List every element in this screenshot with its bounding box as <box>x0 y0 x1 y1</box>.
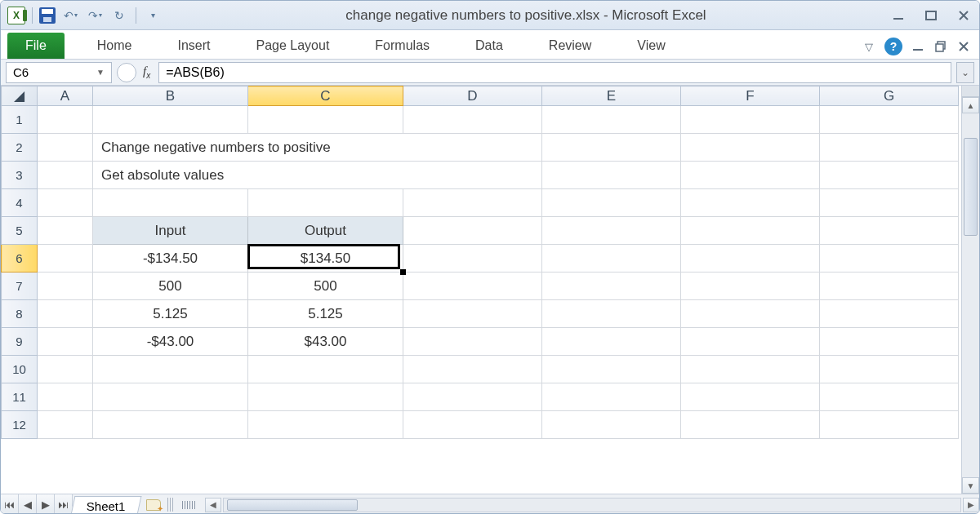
formula-bar: C6 ▼ fx =ABS(B6) ⌄ <box>1 60 979 86</box>
row-header-9[interactable]: 9 <box>2 328 38 356</box>
cell-C8[interactable]: 5.125 <box>248 300 403 328</box>
row-header-6[interactable]: 6 <box>2 245 38 273</box>
workbook-restore-button[interactable] <box>933 39 948 54</box>
quick-access-toolbar: X ↶▾ ↷▾ ↻ ▾ <box>7 6 163 25</box>
col-header-C[interactable]: C <box>248 86 403 106</box>
col-header-D[interactable]: D <box>403 86 542 106</box>
col-header-G[interactable]: G <box>820 86 959 106</box>
row-header-12[interactable]: 12 <box>2 411 38 439</box>
qat-customize-button[interactable]: ▾ <box>143 6 163 25</box>
tab-data[interactable]: Data <box>459 33 519 59</box>
row-header-5[interactable]: 5 <box>2 217 38 245</box>
vertical-scrollbar[interactable]: ▲ ▼ <box>961 86 979 494</box>
name-box-dropdown-icon[interactable]: ▼ <box>96 68 105 77</box>
name-box-value: C6 <box>13 65 29 79</box>
row-header-10[interactable]: 10 <box>2 356 38 383</box>
vertical-scroll-track[interactable] <box>962 113 979 477</box>
sheet-tab-sheet1[interactable]: Sheet1 <box>71 496 141 514</box>
last-sheet-button[interactable]: ⏭ <box>55 494 73 514</box>
formula-bar-expand-button[interactable]: ⌄ <box>956 62 974 83</box>
window-controls <box>889 7 973 24</box>
col-header-F[interactable]: F <box>681 86 820 106</box>
col-header-B[interactable]: B <box>93 86 248 106</box>
row-header-3[interactable]: 3 <box>2 162 38 189</box>
vertical-split-handle[interactable] <box>962 86 979 97</box>
first-sheet-button[interactable]: ⏮ <box>1 494 19 514</box>
row-header-8[interactable]: 8 <box>2 300 38 328</box>
tab-home[interactable]: Home <box>81 33 149 59</box>
next-sheet-button[interactable]: ▶ <box>37 494 55 514</box>
select-all-corner[interactable]: ◢ <box>2 86 38 106</box>
minimize-button[interactable] <box>889 7 907 24</box>
row-header-1[interactable]: 1 <box>2 106 38 134</box>
svg-rect-1 <box>926 11 936 20</box>
cell-subtitle[interactable]: Get absolute values <box>93 162 542 189</box>
new-sheet-button[interactable] <box>143 494 164 514</box>
tab-formulas[interactable]: Formulas <box>359 33 446 59</box>
svg-rect-2 <box>913 49 923 51</box>
cell-B9[interactable]: -$43.00 <box>93 328 248 356</box>
cancel-formula-button[interactable] <box>117 63 136 82</box>
close-button[interactable] <box>955 7 973 24</box>
col-header-E[interactable]: E <box>542 86 681 106</box>
tab-review[interactable]: Review <box>532 33 608 59</box>
excel-app-icon[interactable]: X <box>7 7 25 24</box>
tab-view[interactable]: View <box>621 33 681 59</box>
ribbon-minimize-icon[interactable]: ▽ <box>862 39 876 54</box>
save-icon[interactable] <box>39 7 56 24</box>
scroll-down-button[interactable]: ▼ <box>962 477 979 494</box>
sheet-tab-bar: ⏮ ◀ ▶ ⏭ Sheet1 ◀ ▶ <box>1 494 979 514</box>
scroll-up-button[interactable]: ▲ <box>962 97 979 113</box>
cell-B8[interactable]: 5.125 <box>93 300 248 328</box>
help-icon[interactable]: ? <box>884 38 902 55</box>
cell-C9[interactable]: $43.00 <box>248 328 403 356</box>
table-header-output[interactable]: Output <box>248 217 403 245</box>
new-sheet-icon <box>146 499 161 511</box>
redo-button[interactable]: ↷▾ <box>85 6 105 25</box>
horizontal-scrollbar[interactable]: ◀ ▶ <box>205 494 979 514</box>
row-header-7[interactable]: 7 <box>2 273 38 300</box>
vertical-scroll-thumb[interactable] <box>964 138 978 236</box>
horizontal-scroll-thumb[interactable] <box>227 499 358 511</box>
svg-rect-0 <box>893 18 903 20</box>
fx-icon[interactable]: fx <box>143 64 150 80</box>
workbook-close-button[interactable] <box>956 39 971 54</box>
spreadsheet-grid[interactable]: ◢ A B C D E F G 1 2Change negative numbe… <box>1 86 959 439</box>
qat-separator <box>32 7 33 24</box>
cell <box>38 106 93 134</box>
cell-C6[interactable]: $134.50 <box>248 245 403 273</box>
workbook-minimize-button[interactable] <box>911 39 925 54</box>
col-header-A[interactable]: A <box>38 86 93 106</box>
formula-text: =ABS(B6) <box>166 65 225 80</box>
prev-sheet-button[interactable]: ◀ <box>19 494 37 514</box>
sheet-tab-label: Sheet1 <box>87 499 126 513</box>
title-bar: X ↶▾ ↷▾ ↻ ▾ change negative numbers to p… <box>1 1 979 30</box>
svg-rect-4 <box>936 44 943 51</box>
cell-C7[interactable]: 500 <box>248 273 403 300</box>
qat-separator <box>136 7 136 24</box>
scroll-right-button[interactable]: ▶ <box>963 498 979 512</box>
row-header-11[interactable]: 11 <box>2 383 38 411</box>
horizontal-scroll-track[interactable] <box>223 498 961 512</box>
formula-input[interactable]: =ABS(B6) <box>158 62 951 83</box>
refresh-button[interactable]: ↻ <box>109 6 129 25</box>
tab-scroll-grip[interactable] <box>177 494 200 514</box>
cell-title[interactable]: Change negative numbers to positive <box>93 134 542 162</box>
ribbon-tabs: File Home Insert Page Layout Formulas Da… <box>1 30 979 60</box>
worksheet-area: ◢ A B C D E F G 1 2Change negative numbe… <box>1 86 979 494</box>
tab-split-handle[interactable] <box>167 498 174 512</box>
row-header-4[interactable]: 4 <box>2 189 38 217</box>
name-box[interactable]: C6 ▼ <box>6 62 112 83</box>
cell-B7[interactable]: 500 <box>93 273 248 300</box>
cell-B6[interactable]: -$134.50 <box>93 245 248 273</box>
tab-page-layout[interactable]: Page Layout <box>239 33 345 59</box>
file-tab[interactable]: File <box>7 33 65 59</box>
table-header-input[interactable]: Input <box>93 217 248 245</box>
undo-button[interactable]: ↶▾ <box>60 6 80 25</box>
row-header-2[interactable]: 2 <box>2 134 38 162</box>
maximize-button[interactable] <box>922 7 940 24</box>
scroll-left-button[interactable]: ◀ <box>205 498 221 512</box>
tab-insert[interactable]: Insert <box>161 33 226 59</box>
window-title: change negative numbers to positive.xlsx… <box>163 7 889 24</box>
